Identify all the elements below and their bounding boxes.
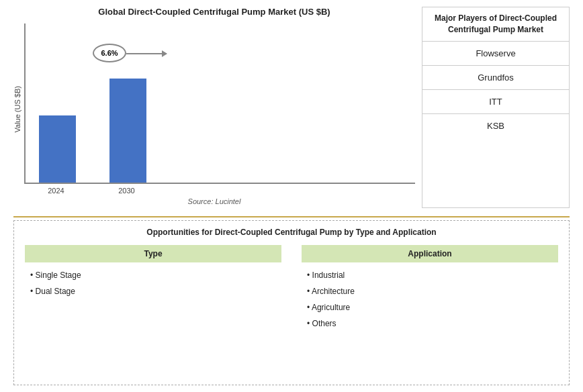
chart-inner: 6.6% 2024 2030: [24, 23, 415, 195]
player-itt: ITT: [422, 90, 569, 114]
bar-2030: [109, 79, 146, 183]
x-axis-labels: 2024 2030: [24, 187, 415, 195]
bottom-section: Opportunities for Direct-Coupled Centrif…: [13, 220, 570, 385]
x-label-2024: 2024: [38, 187, 75, 195]
type-item-dual-stage: Dual Stage: [30, 285, 281, 297]
chart-title: Global Direct-Coupled Centrifugal Pump M…: [98, 7, 330, 17]
players-panel: Major Players of Direct-Coupled Centrifu…: [422, 7, 570, 208]
y-axis-label: Value (US $B): [13, 86, 21, 133]
bar-group-2030: [109, 79, 146, 183]
players-header: Major Players of Direct-Coupled Centrifu…: [422, 7, 569, 42]
chart-area: Global Direct-Coupled Centrifugal Pump M…: [13, 7, 422, 208]
divider: [13, 216, 570, 217]
application-item-agriculture: Agriculture: [307, 301, 558, 313]
type-items: Single Stage Dual Stage: [25, 269, 281, 301]
bar-group-2024: [39, 115, 76, 183]
application-items: Industrial Architecture Agriculture Othe…: [302, 269, 558, 334]
player-ksb: KSB: [422, 114, 569, 138]
application-item-architecture: Architecture: [307, 285, 558, 297]
chart-wrapper: Value (US $B) 6.6%: [13, 23, 415, 195]
type-column: Type Single Stage Dual Stage: [25, 245, 281, 334]
type-header: Type: [25, 245, 281, 262]
bar-2024: [39, 115, 76, 183]
type-item-single-stage: Single Stage: [30, 269, 281, 281]
main-container: Global Direct-Coupled Centrifugal Pump M…: [0, 0, 583, 392]
annotation: 6.6%: [93, 44, 126, 62]
player-grundfos: Grundfos: [422, 66, 569, 90]
source-line: Source: Lucintel: [188, 197, 241, 208]
columns-container: Type Single Stage Dual Stage Application…: [25, 245, 558, 334]
application-header: Application: [302, 245, 558, 262]
x-label-2030: 2030: [108, 187, 145, 195]
player-flowserve: Flowserve: [422, 42, 569, 66]
application-column: Application Industrial Architecture Agri…: [302, 245, 558, 334]
application-item-industrial: Industrial: [307, 269, 558, 281]
bars-container: 6.6%: [24, 23, 415, 184]
top-section: Global Direct-Coupled Centrifugal Pump M…: [13, 7, 570, 208]
application-item-others: Others: [307, 317, 558, 330]
annotation-circle: 6.6%: [93, 44, 126, 62]
annotation-line: [126, 53, 167, 54]
annotation-value: 6.6%: [101, 49, 118, 57]
bottom-title: Opportunities for Direct-Coupled Centrif…: [25, 228, 558, 237]
